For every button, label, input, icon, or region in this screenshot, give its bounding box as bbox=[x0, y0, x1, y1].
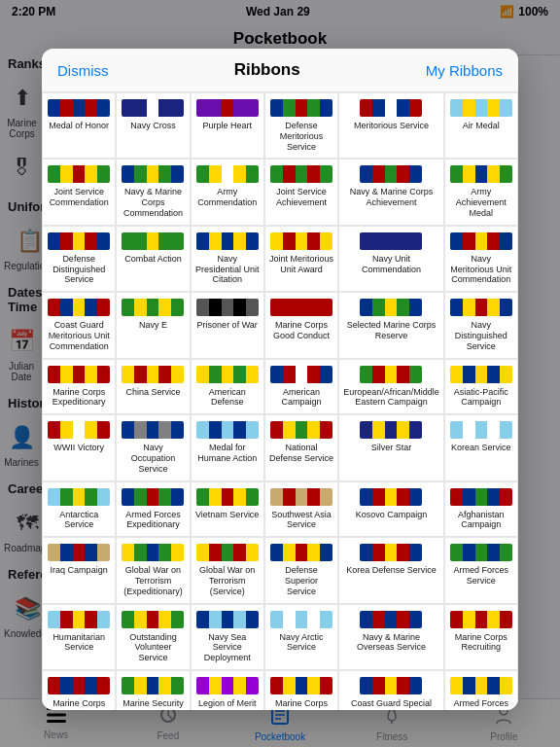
ribbon-label: Selected Marine Corps Reserve bbox=[343, 320, 439, 341]
ribbon-label: Navy & Marine Overseas Service bbox=[343, 632, 439, 654]
ribbon-cell[interactable]: Selected Marine Corps Reserve bbox=[338, 292, 444, 358]
ribbon-cell[interactable]: Coast Guard Meritorious Unit Commendatio… bbox=[42, 292, 116, 358]
ribbon-label: Vietnam Service bbox=[195, 510, 259, 520]
ribbon-cell[interactable]: Antarctica Service bbox=[42, 481, 116, 538]
ribbon-label: Navy Cross bbox=[130, 121, 176, 131]
ribbon-cell[interactable]: Korean Service bbox=[444, 414, 518, 480]
ribbon-label: Marine Security Guard bbox=[121, 698, 185, 710]
ribbon-label: Armed Forces Expeditionary bbox=[121, 510, 185, 531]
ribbon-cell[interactable]: Navy Sea Service Deployment bbox=[191, 604, 264, 670]
ribbon-cell[interactable]: Navy Presidential Unit Citation bbox=[191, 226, 264, 292]
ribbon-cell[interactable]: Korea Defense Service bbox=[338, 537, 444, 603]
ribbon-label: Purple Heart bbox=[202, 121, 252, 131]
ribbon-cell[interactable]: Marine Corps Recruiting bbox=[444, 604, 518, 670]
ribbon-cell[interactable]: Navy Meritorious Unit Commendation bbox=[444, 226, 518, 292]
ribbon-cell[interactable]: Coast Guard Special Operation Service bbox=[338, 670, 444, 710]
ribbon-label: Navy Occupation Service bbox=[121, 443, 185, 474]
ribbon-cell[interactable]: Navy & Marine Overseas Service bbox=[338, 604, 444, 670]
dismiss-button[interactable]: Dismiss bbox=[57, 62, 109, 79]
ribbon-label: Navy Presidential Unit Citation bbox=[195, 254, 260, 285]
ribbon-label: Marine Corps Recruiting bbox=[449, 632, 513, 654]
ribbon-cell[interactable]: National Defense Service bbox=[264, 414, 338, 480]
ribbon-cell[interactable]: Iraq Campaign bbox=[42, 537, 116, 603]
ribbon-label: Armed Forces Service bbox=[449, 565, 513, 587]
ribbon-cell[interactable]: Marine Corps Drill Instructor bbox=[42, 670, 116, 710]
ribbon-cell[interactable]: American Campaign bbox=[264, 359, 338, 415]
modal-header: Dismiss Ribbons My Ribbons bbox=[42, 49, 518, 92]
ribbon-cell[interactable]: WWII Victory bbox=[42, 414, 116, 480]
my-ribbons-button[interactable]: My Ribbons bbox=[426, 62, 503, 79]
ribbon-cell[interactable]: Outstanding Volunteer Service bbox=[116, 604, 190, 670]
ribbon-label: Coast Guard Meritorious Unit Commendatio… bbox=[47, 320, 111, 351]
ribbon-cell[interactable]: Armed Forces Service bbox=[444, 537, 518, 603]
ribbon-label: Global War on Terrorism (Service) bbox=[195, 565, 260, 596]
ribbon-cell[interactable]: Asiatic-Pacific Campaign bbox=[444, 359, 518, 415]
ribbon-label: Antarctica Service bbox=[47, 510, 111, 531]
ribbon-cell[interactable]: Marine Corps Good Conduct bbox=[264, 292, 338, 358]
ribbon-cell[interactable]: Humanitarian Service bbox=[42, 604, 116, 670]
ribbon-cell[interactable]: Global War on Terrorism (Expeditionary) bbox=[116, 537, 190, 603]
ribbon-label: Outstanding Volunteer Service bbox=[121, 632, 185, 663]
ribbon-cell[interactable]: American Defense bbox=[191, 359, 264, 415]
ribbon-label: National Defense Service bbox=[269, 443, 333, 464]
ribbon-label: Asiatic-Pacific Campaign bbox=[449, 387, 513, 409]
ribbon-label: China Service bbox=[125, 387, 180, 398]
ribbon-label: Korea Defense Service bbox=[346, 565, 437, 576]
ribbon-label: Joint Service Achievement bbox=[269, 187, 333, 208]
ribbon-cell[interactable]: Combat Action bbox=[116, 226, 190, 292]
ribbon-cell[interactable]: Purple Heart bbox=[191, 92, 264, 159]
ribbon-label: Humanitarian Service bbox=[47, 632, 111, 654]
ribbon-cell[interactable]: Joint Service Commendation bbox=[42, 159, 116, 225]
ribbon-label: Medal of Honor bbox=[49, 121, 109, 131]
ribbon-cell[interactable]: Prisoner of War bbox=[191, 292, 264, 358]
ribbon-cell[interactable]: Afghanistan Campaign bbox=[444, 481, 518, 538]
ribbon-cell[interactable]: Defense Meritorious Service bbox=[264, 92, 338, 159]
ribbon-cell[interactable]: European/African/Middle Eastern Campaign bbox=[338, 359, 444, 415]
ribbon-cell[interactable]: Navy E bbox=[116, 292, 190, 358]
ribbon-label: Medal for Humane Action bbox=[195, 443, 260, 464]
ribbon-label: Kosovo Campaign bbox=[356, 510, 428, 520]
ribbon-cell[interactable]: Marine Corps Combat Instructor bbox=[264, 670, 338, 710]
ribbon-cell[interactable]: China Service bbox=[116, 359, 190, 415]
ribbon-label: Combat Action bbox=[124, 254, 182, 265]
ribbon-cell[interactable]: Kosovo Campaign bbox=[338, 481, 444, 538]
ribbon-label: Army Achievement Medal bbox=[449, 187, 513, 218]
ribbon-cell[interactable]: Navy & Marine Corps Achievement bbox=[338, 159, 444, 225]
ribbon-label: Afghanistan Campaign bbox=[449, 510, 513, 531]
ribbon-cell[interactable]: Marine Corps Expeditionary bbox=[42, 359, 116, 415]
ribbon-label: Global War on Terrorism (Expeditionary) bbox=[121, 565, 185, 596]
ribbon-label: Armed Forces Reserve bbox=[449, 698, 513, 710]
ribbon-cell[interactable]: Navy Arctic Service bbox=[264, 604, 338, 670]
ribbon-cell[interactable]: Medal for Humane Action bbox=[191, 414, 264, 480]
ribbon-cell[interactable]: Marine Security Guard bbox=[116, 670, 190, 710]
ribbon-cell[interactable]: Defense Superior Service bbox=[264, 537, 338, 603]
ribbon-label: Navy E bbox=[139, 320, 167, 331]
ribbon-label: Joint Service Commendation bbox=[47, 187, 111, 208]
ribbon-label: Southwest Asia Service bbox=[269, 510, 333, 531]
ribbon-cell[interactable]: Navy & Marine Corps Commendation bbox=[116, 159, 190, 225]
ribbon-cell[interactable]: Medal of Honor bbox=[42, 92, 116, 159]
ribbon-cell[interactable]: Defense Distinguished Service bbox=[42, 226, 116, 292]
ribbon-cell[interactable]: Army Commendation bbox=[191, 159, 264, 225]
ribbon-cell[interactable]: Navy Cross bbox=[116, 92, 190, 159]
ribbon-label: WWII Victory bbox=[53, 443, 104, 453]
ribbon-cell[interactable]: Armed Forces Expeditionary bbox=[116, 481, 190, 538]
ribbon-cell[interactable]: Joint Meritorious Unit Award bbox=[264, 226, 338, 292]
ribbon-cell[interactable]: Army Achievement Medal bbox=[444, 159, 518, 225]
ribbon-cell[interactable]: Air Medal bbox=[444, 92, 518, 159]
ribbon-label: Joint Meritorious Unit Award bbox=[269, 254, 333, 275]
ribbon-cell[interactable]: Silver Star bbox=[338, 414, 444, 480]
ribbon-cell[interactable]: Legion of Merit bbox=[191, 670, 264, 710]
ribbon-cell[interactable]: Armed Forces Reserve bbox=[444, 670, 518, 710]
ribbon-cell[interactable]: Joint Service Achievement bbox=[264, 159, 338, 225]
ribbon-cell[interactable]: Navy Occupation Service bbox=[116, 414, 190, 480]
ribbon-cell[interactable]: Navy Unit Commendation bbox=[338, 226, 444, 292]
ribbon-label: European/African/Middle Eastern Campaign bbox=[343, 387, 439, 409]
ribbon-cell[interactable]: Vietnam Service bbox=[191, 481, 264, 538]
ribbon-cell[interactable]: Global War on Terrorism (Service) bbox=[191, 537, 264, 603]
ribbon-cell[interactable]: Southwest Asia Service bbox=[264, 481, 338, 538]
ribbon-cell[interactable]: Meritorious Service bbox=[338, 92, 444, 159]
ribbon-label: Defense Distinguished Service bbox=[47, 254, 111, 285]
modal-overlay[interactable]: Dismiss Ribbons My Ribbons Medal of Hono… bbox=[0, 0, 560, 747]
ribbon-cell[interactable]: Navy Distinguished Service bbox=[444, 292, 518, 358]
